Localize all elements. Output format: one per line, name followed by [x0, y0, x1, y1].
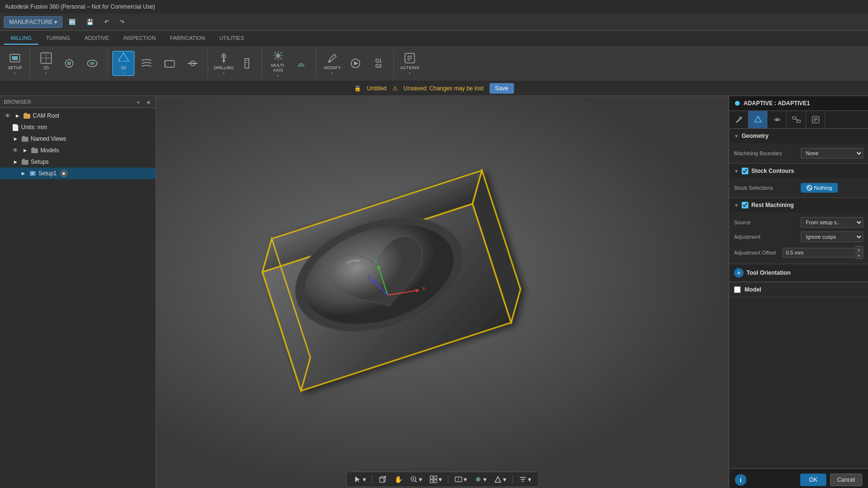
contour-btn[interactable] — [58, 51, 80, 76]
tree-cam-root[interactable]: 👁 ▶ CAM Root — [0, 110, 156, 122]
tool-orientation-add-btn[interactable]: + — [734, 268, 744, 278]
tab-fabrication[interactable]: FABRICATION — [163, 32, 212, 45]
nc-btn[interactable]: G1G2 — [367, 51, 390, 76]
pocket3d-btn[interactable] — [159, 51, 181, 76]
3d-group: 3D ▾ — [112, 49, 208, 78]
geometry-header[interactable]: ▼ Geometry — [729, 129, 868, 143]
adaptive-icon — [117, 51, 130, 65]
viewport[interactable]: X Y Z ▾ — [156, 96, 729, 488]
tab-additive[interactable]: ADDITIVE — [78, 32, 116, 45]
vp-view-cube-btn[interactable] — [377, 474, 389, 485]
setup-btn[interactable]: SETUP ▾ — [4, 51, 26, 76]
panel-title: ADAPTIVE : ADAPTIVE1 — [744, 100, 810, 107]
2d-btn[interactable]: 2D ▾ — [35, 51, 57, 76]
simulate-btn[interactable] — [344, 51, 367, 76]
rest-machining-arrow: ▼ — [734, 203, 739, 208]
vp-filter-btn[interactable]: ▾ — [517, 474, 534, 485]
redo-btn[interactable]: ↷ — [115, 16, 129, 28]
source-select[interactable]: From setup s... From file None — [801, 217, 864, 228]
svg-point-18 — [276, 54, 280, 58]
adjustment-row: Adjustment Ignore cusps Allow cusps — [734, 230, 863, 244]
panel-dot — [735, 101, 740, 106]
tab-passes[interactable] — [768, 111, 787, 128]
modify-btn[interactable]: MODIFY ▾ — [321, 51, 343, 76]
vp-display-btn[interactable]: ▾ — [428, 474, 444, 485]
panel-spacer — [729, 297, 868, 468]
nc-icon: G1G2 — [372, 57, 385, 70]
vp-visual-btn[interactable]: ▾ — [472, 474, 489, 485]
spin-down-btn[interactable]: ▼ — [855, 253, 863, 258]
spin-up-btn[interactable]: ▲ — [855, 246, 863, 252]
actions-btn[interactable]: ACTIONS ▾ — [399, 51, 421, 76]
tree-setup1[interactable]: ▶ Setup1 ⏺ — [0, 168, 156, 179]
tree-models[interactable]: 👁 ▶ Models — [0, 145, 156, 156]
2d-label: 2D — [43, 66, 49, 71]
tree-setups[interactable]: ▶ Setups — [0, 156, 156, 168]
browser-collapse-btn[interactable]: ◀ — [144, 98, 152, 106]
svg-point-8 — [90, 62, 95, 65]
source-label: Source — [734, 220, 797, 225]
viewport-canvas: X Y Z ▾ — [156, 96, 729, 488]
multiaxis-btn[interactable]: MULTI-AXIS ▾ — [267, 51, 289, 76]
tab-geometry[interactable] — [748, 111, 768, 128]
tab-utilities[interactable]: UTILITIES — [213, 32, 251, 45]
rest-machining-checkbox[interactable] — [742, 202, 748, 208]
cancel-button[interactable]: Cancel — [830, 474, 862, 486]
stock-contours-checkbox[interactable] — [742, 168, 748, 174]
cam-root-label: CAM Root — [33, 112, 59, 119]
manufacture-dropdown[interactable]: MANUFACTURE ▾ — [4, 16, 62, 28]
2d-icon — [39, 51, 53, 65]
svg-line-68 — [498, 476, 501, 482]
simulate-icon — [349, 57, 362, 70]
tree-named-views[interactable]: ▶ Named Views — [0, 133, 156, 145]
svg-marker-54 — [380, 476, 386, 478]
rest-machining-header[interactable]: ▼ Rest Machining — [729, 198, 868, 212]
vp-zoom-fit-btn[interactable]: ▾ — [408, 474, 425, 485]
tab-post[interactable] — [806, 111, 825, 128]
tab-linking[interactable] — [787, 111, 806, 128]
horizontal-btn[interactable] — [182, 51, 204, 76]
tab-milling[interactable]: MILLING — [4, 32, 38, 45]
horizontal-icon — [186, 57, 199, 70]
ok-button[interactable]: OK — [800, 474, 826, 486]
info-button[interactable]: i — [735, 474, 746, 486]
stock-contours-header[interactable]: ▼ Stock Contours — [729, 164, 868, 178]
panel-tabs — [729, 111, 868, 129]
undo-btn[interactable]: ↶ — [100, 16, 113, 28]
tab-inspection[interactable]: INSPECTION — [117, 32, 162, 45]
adaptive-3d-btn[interactable]: 3D ▾ — [112, 51, 134, 76]
browser-add-btn[interactable]: ● — [134, 98, 142, 106]
machining-boundary-select[interactable]: None Bounding Box Silhouette — [801, 148, 864, 159]
pocket-btn[interactable] — [81, 51, 103, 76]
adjustment-select[interactable]: Ignore cusps Allow cusps — [801, 232, 864, 242]
nothing-button[interactable]: Nothing — [801, 183, 838, 193]
multiaxis2-btn[interactable] — [290, 51, 312, 76]
svg-rect-1 — [12, 56, 18, 60]
new-btn[interactable]: 🆕 — [64, 16, 80, 28]
vp-section-btn[interactable]: ▾ — [452, 474, 469, 485]
tab-tool[interactable] — [729, 111, 748, 128]
source-control: From setup s... From file None — [801, 217, 864, 228]
setup-label: SETUP — [8, 66, 22, 71]
model-checkbox[interactable] — [734, 286, 741, 293]
vp-grid-arrow: ▾ — [439, 476, 442, 483]
save-quick-btn[interactable]: 💾 — [82, 16, 98, 28]
multiaxis-icon — [271, 49, 285, 62]
tab-turning[interactable]: TURNING — [39, 32, 77, 45]
thread-btn[interactable] — [236, 51, 258, 76]
browser-panel: BROWSER ● ◀ 👁 ▶ CAM Root 📄 Units: mm — [0, 96, 156, 488]
tool-orientation-header[interactable]: + Tool Orientation — [729, 264, 868, 282]
adjustment-offset-input[interactable] — [782, 248, 855, 257]
machining-boundary-label: Machining Boundary — [734, 150, 797, 156]
vp-obj-arrow: ▾ — [503, 476, 506, 483]
model-svg: X Y Z — [236, 168, 534, 418]
drilling-btn[interactable]: DRILLING ▾ — [213, 51, 235, 76]
vp-object-btn[interactable]: ▾ — [492, 474, 509, 485]
save-button[interactable]: Save — [489, 83, 514, 94]
actions-icon — [403, 51, 416, 65]
vp-pan-btn[interactable]: ✋ — [392, 474, 405, 485]
parallel-btn[interactable] — [135, 51, 158, 76]
setup-group: SETUP ▾ — [4, 49, 30, 78]
vp-select-btn[interactable]: ▾ — [352, 474, 368, 485]
stock-selections-label: Stock Selections — [734, 185, 797, 191]
